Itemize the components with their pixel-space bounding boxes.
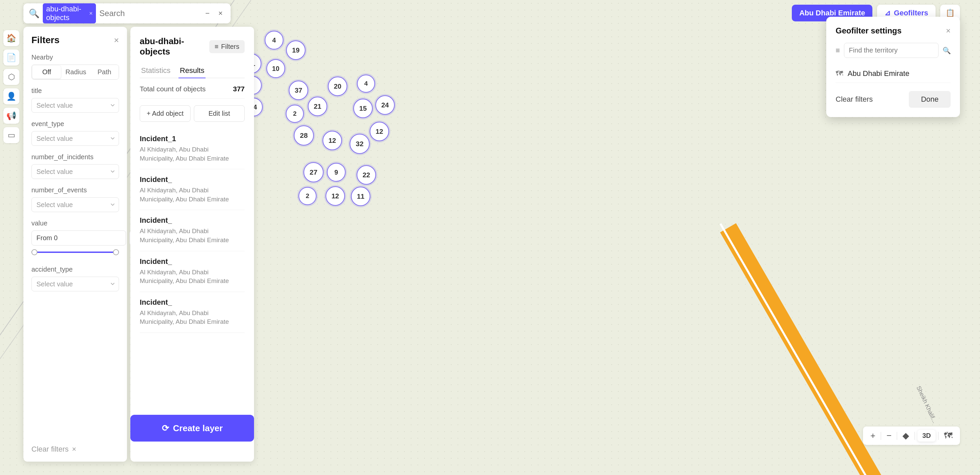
geofilter-done-button[interactable]: Done xyxy=(909,91,951,108)
cluster-marker[interactable]: 28 xyxy=(294,126,314,145)
clear-filters-label: Clear filters xyxy=(32,445,68,454)
tab-results[interactable]: Results xyxy=(178,64,205,78)
cluster-marker[interactable]: 32 xyxy=(350,134,370,154)
compass-button[interactable]: ◆ xyxy=(900,429,912,442)
cluster-marker[interactable]: 15 xyxy=(353,99,373,118)
create-layer-button[interactable]: ⟳ Create layer xyxy=(130,415,254,442)
edit-list-button[interactable]: Edit list xyxy=(194,105,245,122)
cluster-marker[interactable]: 12 xyxy=(370,122,389,141)
geofilters-icon: ⊿ xyxy=(885,9,891,18)
sidebar-icon-notification[interactable]: 📢 xyxy=(3,108,19,124)
tab-statistics[interactable]: Statistics xyxy=(140,64,172,78)
geofilter-header: Geofilter settings × xyxy=(835,26,951,35)
result-item-subtitle: Al Khidayrah, Abu Dhabi Municipality, Ab… xyxy=(140,145,245,163)
cluster-marker[interactable]: 10 xyxy=(266,59,285,78)
search-close-button[interactable]: × xyxy=(216,8,225,19)
geofilter-clear-filters-button[interactable]: Clear filters xyxy=(835,95,873,104)
nearby-path-button[interactable]: Path xyxy=(90,65,119,79)
sidebar-icon-document[interactable]: 📄 xyxy=(3,49,19,65)
filter-event-type: event_type Select value xyxy=(32,120,119,146)
zoom-controls: + − ◆ 3D 🗺 xyxy=(863,427,960,445)
nearby-radius-button[interactable]: Radius xyxy=(62,65,90,79)
filter-title: title Select value xyxy=(32,87,119,113)
nearby-label: Nearby xyxy=(32,54,119,61)
result-item-title: Incident_1 xyxy=(140,134,245,143)
zoom-divider xyxy=(881,432,881,440)
results-count-row: Total count of objects 377 xyxy=(140,85,245,99)
sidebar-icon-home[interactable]: 🏠 xyxy=(3,30,19,46)
create-layer-icon: ⟳ xyxy=(162,423,169,434)
zoom-out-button[interactable]: − xyxy=(884,429,894,442)
results-panel: abu-dhabi-objects ≡ Filters Statistics R… xyxy=(130,27,254,462)
search-icon: 🔍 xyxy=(29,8,40,19)
sidebar-icon-map[interactable]: ▭ xyxy=(3,127,19,143)
cluster-marker[interactable]: 20 xyxy=(328,77,347,96)
search-tag-close[interactable]: × xyxy=(89,10,93,17)
list-item[interactable]: Incident_ Al Khidayrah, Abu Dhabi Munici… xyxy=(140,251,245,292)
cluster-marker[interactable]: 37 xyxy=(289,81,308,100)
filter-title-select[interactable]: Select value xyxy=(32,98,119,113)
filter-number-incidents-select[interactable]: Select value xyxy=(32,164,119,179)
range-slider[interactable] xyxy=(32,249,119,255)
result-item-title: Incident_ xyxy=(140,216,245,225)
filter-accident-type-label: accident_type xyxy=(32,266,119,273)
cluster-marker[interactable]: 4 xyxy=(357,75,375,92)
list-item[interactable]: Incident_ Al Khidayrah, Abu Dhabi Munici… xyxy=(140,169,245,210)
sidebar-icon-user[interactable]: 👤 xyxy=(3,88,19,104)
range-fill xyxy=(32,252,119,253)
filter-value-label: value xyxy=(32,220,119,227)
result-item-subtitle: Al Khidayrah, Abu Dhabi Municipality, Ab… xyxy=(140,268,245,286)
create-layer-label: Create layer xyxy=(173,423,223,434)
filters-title: Filters xyxy=(32,35,59,46)
geofilter-actions: Clear filters Done xyxy=(835,91,951,108)
cluster-marker[interactable]: 11 xyxy=(351,186,370,206)
cluster-marker[interactable]: 2 xyxy=(286,105,304,123)
range-thumb-right[interactable] xyxy=(113,249,119,255)
filter-number-events: number_of_events Select value xyxy=(32,186,119,212)
map-type-button[interactable]: 🗺 xyxy=(941,429,955,442)
sidebar-icon-layers[interactable]: ⬡ xyxy=(3,69,19,85)
cluster-marker[interactable]: 27 xyxy=(304,162,323,182)
list-item[interactable]: Incident_ Al Khidayrah, Abu Dhabi Munici… xyxy=(140,292,245,333)
geofilter-modal: Geofilter settings × ≡ 🔍 🗺 Abu Dhabi Emi… xyxy=(826,17,960,117)
cluster-marker[interactable]: 21 xyxy=(308,97,327,116)
filter-value: value xyxy=(32,220,119,258)
add-object-button[interactable]: + Add object xyxy=(140,105,191,122)
cluster-marker[interactable]: 24 xyxy=(375,95,395,115)
cluster-marker[interactable]: 12 xyxy=(326,186,345,206)
geofilter-search-input[interactable] xyxy=(844,43,939,58)
filters-close-button[interactable]: × xyxy=(114,35,119,46)
nearby-off-button[interactable]: Off xyxy=(32,65,61,79)
filters-button[interactable]: ≡ Filters xyxy=(209,40,245,53)
filter-accident-type: accident_type Select value xyxy=(32,266,119,291)
cluster-marker[interactable]: 19 xyxy=(286,40,305,60)
filter-number-incidents: number_of_incidents Select value xyxy=(32,153,119,179)
filter-number-events-select[interactable]: Select value xyxy=(32,198,119,212)
filters-btn-label: Filters xyxy=(221,43,239,51)
cluster-marker[interactable]: 22 xyxy=(356,165,376,185)
view-3d-button[interactable]: 3D xyxy=(918,430,935,442)
zoom-in-button[interactable]: + xyxy=(868,429,878,442)
cluster-marker[interactable]: 9 xyxy=(327,163,345,182)
results-list: Incident_1 Al Khidayrah, Abu Dhabi Munic… xyxy=(140,128,245,452)
nearby-toggle: Off Radius Path xyxy=(32,65,119,80)
filter-event-type-select[interactable]: Select value xyxy=(32,131,119,146)
cluster-marker[interactable]: 4 xyxy=(265,31,283,49)
filters-panel: Filters × Nearby Off Radius Path title S… xyxy=(24,27,127,462)
range-thumb-left[interactable] xyxy=(32,249,37,255)
results-title: abu-dhabi-objects xyxy=(140,36,209,57)
list-item[interactable]: Incident_ Al Khidayrah, Abu Dhabi Munici… xyxy=(140,210,245,251)
action-buttons: + Add object Edit list xyxy=(140,105,245,122)
list-item[interactable]: Incident_1 Al Khidayrah, Abu Dhabi Munic… xyxy=(140,128,245,169)
cluster-marker[interactable]: 12 xyxy=(323,131,342,150)
geofilter-close-button[interactable]: × xyxy=(946,26,951,35)
geofilter-item[interactable]: 🗺 Abu Dhabi Emirate xyxy=(835,65,951,83)
clear-filters-button[interactable]: × xyxy=(72,445,76,454)
range-from-input[interactable] xyxy=(32,231,126,245)
cluster-marker[interactable]: 2 xyxy=(299,187,317,205)
filter-accident-type-select[interactable]: Select value xyxy=(32,277,119,291)
search-bar-actions: − × xyxy=(202,8,225,19)
search-input[interactable] xyxy=(99,9,199,18)
minimize-button[interactable]: − xyxy=(202,8,212,19)
search-tag[interactable]: abu-dhabi-objects × xyxy=(43,3,96,24)
